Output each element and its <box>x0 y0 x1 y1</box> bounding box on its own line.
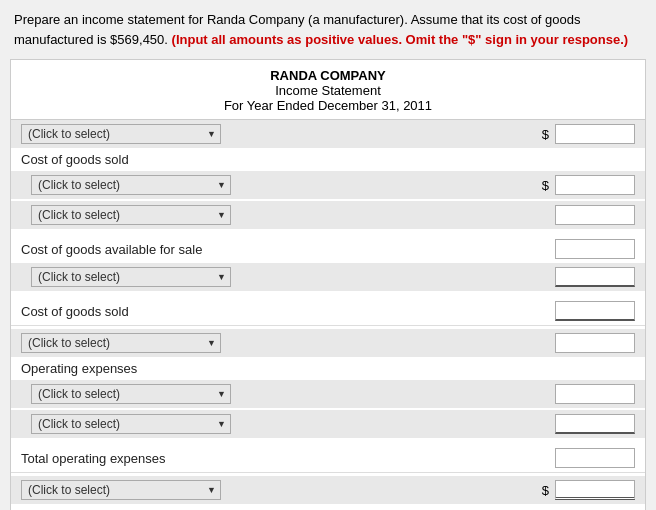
input-total-opex[interactable] <box>555 448 635 468</box>
statement-title: Income Statement <box>11 83 645 98</box>
row-gross-profit: (Click to select) <box>11 329 645 357</box>
total-opex-group <box>555 448 635 468</box>
dollar-sign-cogs1: $ <box>542 178 549 193</box>
company-name: RANDA COMPANY <box>11 68 645 83</box>
row-revenue: (Click to select) $ <box>11 120 645 148</box>
income-statement-form: RANDA COMPANY Income Statement For Year … <box>10 59 646 510</box>
cogs-result-group <box>555 301 635 321</box>
row-opex-label: Operating expenses <box>11 357 645 380</box>
instructions-panel: Prepare an income statement for Randa Co… <box>0 0 656 59</box>
select-wrap-cogs1: (Click to select) <box>31 175 231 195</box>
select-cogs3[interactable]: (Click to select) <box>31 267 231 287</box>
input-cogs3[interactable] <box>555 267 635 287</box>
select-gross[interactable]: (Click to select) <box>21 333 221 353</box>
select-wrap-net: (Click to select) <box>21 480 221 500</box>
select-wrap-cogs2: (Click to select) <box>31 205 231 225</box>
select-wrap-opex1: (Click to select) <box>31 384 231 404</box>
total-opex-label: Total operating expenses <box>21 451 166 466</box>
input-revenue[interactable] <box>555 124 635 144</box>
cogs2-input-group <box>555 205 635 225</box>
cogs-section-label: Cost of goods sold <box>21 152 129 167</box>
cogs-result-label: Cost of goods sold <box>21 304 129 319</box>
row-net-income: (Click to select) $ <box>11 476 645 504</box>
dollar-sign-net: $ <box>542 483 549 498</box>
input-cogs1[interactable] <box>555 175 635 195</box>
row-cogs-select1: (Click to select) $ <box>11 171 645 199</box>
select-revenue[interactable]: (Click to select) <box>21 124 221 144</box>
row-cogs-select3: (Click to select) <box>11 263 645 291</box>
select-wrap-revenue: (Click to select) <box>21 124 221 144</box>
input-cogs-result[interactable] <box>555 301 635 321</box>
input-gross[interactable] <box>555 333 635 353</box>
cogs3-input-group <box>555 267 635 287</box>
net-input-group: $ <box>542 480 635 500</box>
opex1-input-group <box>555 384 635 404</box>
opex-section-label: Operating expenses <box>21 361 137 376</box>
input-cogs2[interactable] <box>555 205 635 225</box>
row-cogs-result: Cost of goods sold <box>11 297 645 325</box>
gross-input-group <box>555 333 635 353</box>
coga-input-group <box>555 239 635 259</box>
select-cogs2[interactable]: (Click to select) <box>31 205 231 225</box>
select-cogs1[interactable]: (Click to select) <box>31 175 231 195</box>
cogs1-input-group: $ <box>542 175 635 195</box>
select-net[interactable]: (Click to select) <box>21 480 221 500</box>
select-wrap-gross: (Click to select) <box>21 333 221 353</box>
company-header: RANDA COMPANY Income Statement For Year … <box>11 60 645 120</box>
row-coga: Cost of goods available for sale <box>11 235 645 263</box>
dollar-sign-revenue: $ <box>542 127 549 142</box>
instructions-highlight: (Input all amounts as positive values. O… <box>172 32 629 47</box>
opex2-input-group <box>555 414 635 434</box>
revenue-input-group: $ <box>542 124 635 144</box>
row-cogs-label: Cost of goods sold <box>11 148 645 171</box>
input-net[interactable] <box>555 480 635 500</box>
row-opex-select1: (Click to select) <box>11 380 645 408</box>
statement-date: For Year Ended December 31, 2011 <box>11 98 645 113</box>
select-opex2[interactable]: (Click to select) <box>31 414 231 434</box>
select-wrap-opex2: (Click to select) <box>31 414 231 434</box>
input-coga[interactable] <box>555 239 635 259</box>
row-opex-select2: (Click to select) <box>11 410 645 438</box>
select-wrap-cogs3: (Click to select) <box>31 267 231 287</box>
select-opex1[interactable]: (Click to select) <box>31 384 231 404</box>
coga-label: Cost of goods available for sale <box>21 242 202 257</box>
row-total-opex: Total operating expenses <box>11 444 645 472</box>
input-opex1[interactable] <box>555 384 635 404</box>
input-opex2[interactable] <box>555 414 635 434</box>
row-cogs-select2: (Click to select) <box>11 201 645 229</box>
